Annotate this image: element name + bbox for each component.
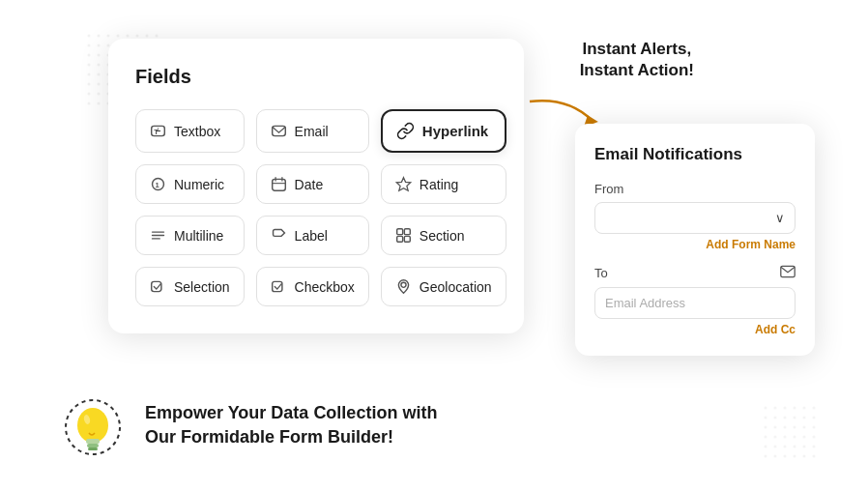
field-label-date: Date: [295, 177, 324, 192]
svg-rect-21: [397, 236, 403, 242]
svg-rect-23: [152, 281, 161, 291]
field-btn-numeric[interactable]: 1 Numeric: [135, 164, 245, 204]
geolocation-icon: [395, 278, 412, 295]
promo-line1: Instant Alerts,: [582, 40, 691, 58]
fields-grid: T Textbox Email Hyperlink: [135, 109, 497, 306]
svg-rect-8: [272, 126, 285, 135]
field-label-textbox: Textbox: [174, 124, 220, 139]
fields-card: Fields T Textbox Email Hyp: [108, 39, 524, 333]
field-btn-checkbox[interactable]: Checkbox: [256, 267, 369, 306]
rating-icon: [395, 176, 412, 192]
field-btn-label[interactable]: Label: [256, 216, 369, 255]
svg-marker-15: [396, 178, 410, 191]
add-form-name-link[interactable]: Add Form Name: [594, 238, 796, 251]
fields-title: Fields: [135, 66, 497, 88]
numeric-icon: 1: [150, 176, 166, 192]
field-btn-date[interactable]: Date: [256, 164, 369, 204]
field-label-label: Label: [295, 228, 328, 244]
email-address-input[interactable]: Email Address: [594, 287, 796, 319]
field-label-rating: Rating: [420, 177, 458, 192]
dropdown-arrow: ∨: [775, 211, 785, 225]
field-label-multiline: Multiline: [174, 228, 223, 244]
lightbulb-icon: [58, 390, 128, 460]
hyperlink-icon: [396, 122, 415, 140]
add-cc-link[interactable]: Add Cc: [594, 323, 796, 336]
promo-line2: Instant Action!: [580, 61, 694, 79]
bottom-section: Empower Your Data Collection with Our Fo…: [58, 390, 437, 460]
field-btn-email[interactable]: Email: [256, 109, 369, 153]
svg-rect-22: [404, 236, 410, 242]
from-label: From: [594, 182, 796, 196]
label-icon: [271, 227, 287, 244]
field-btn-geolocation[interactable]: Geolocation: [381, 267, 506, 306]
date-icon: [271, 176, 287, 192]
selection-icon: [150, 278, 166, 295]
field-btn-textbox[interactable]: T Textbox: [135, 109, 245, 153]
to-label: To: [594, 266, 608, 280]
field-btn-section[interactable]: Section: [381, 216, 506, 255]
field-btn-multiline[interactable]: Multiline: [135, 216, 245, 255]
email-card-title: Email Notifications: [594, 145, 796, 164]
multiline-icon: [150, 227, 166, 244]
bottom-text: Empower Your Data Collection with Our Fo…: [145, 401, 437, 449]
svg-rect-11: [272, 179, 285, 190]
to-row: To: [594, 265, 796, 281]
field-btn-selection[interactable]: Selection: [135, 267, 245, 306]
field-btn-hyperlink[interactable]: Hyperlink: [381, 109, 506, 153]
envelope-icon: [780, 265, 796, 281]
from-dropdown[interactable]: ∨: [594, 202, 796, 234]
checkbox-icon: [271, 278, 287, 295]
field-label-hyperlink: Hyperlink: [422, 123, 488, 139]
bottom-line1: Empower Your Data Collection with: [145, 403, 437, 422]
promo-text: Instant Alerts, Instant Action!: [580, 39, 694, 81]
email-field-icon: [271, 123, 287, 139]
svg-rect-30: [86, 439, 100, 444]
textbox-icon: T: [150, 123, 166, 139]
field-btn-rating[interactable]: Rating: [381, 164, 506, 204]
svg-rect-27: [781, 266, 795, 276]
email-address-placeholder: Email Address: [605, 296, 685, 310]
main-container: Fields T Textbox Email Hyp: [0, 0, 868, 491]
field-label-geolocation: Geolocation: [420, 279, 492, 295]
decorative-dots-bottom: [764, 406, 822, 464]
svg-rect-31: [87, 444, 99, 448]
svg-rect-20: [404, 229, 410, 235]
section-icon: [395, 227, 412, 244]
field-label-email: Email: [295, 124, 329, 139]
svg-rect-32: [88, 448, 98, 450]
svg-rect-24: [272, 281, 281, 291]
svg-point-29: [77, 408, 108, 443]
field-label-selection: Selection: [174, 279, 230, 295]
email-notifications-card: Email Notifications From ∨ Add Form Name…: [575, 124, 815, 356]
svg-text:T: T: [154, 128, 159, 136]
bottom-line2: Our Formidable Form Builder!: [145, 427, 393, 447]
field-label-numeric: Numeric: [174, 177, 224, 192]
svg-text:1: 1: [156, 181, 160, 189]
field-label-checkbox: Checkbox: [295, 279, 355, 295]
svg-point-25: [401, 282, 406, 287]
field-label-section: Section: [420, 228, 465, 244]
svg-rect-19: [397, 229, 403, 235]
svg-rect-3: [764, 406, 822, 464]
